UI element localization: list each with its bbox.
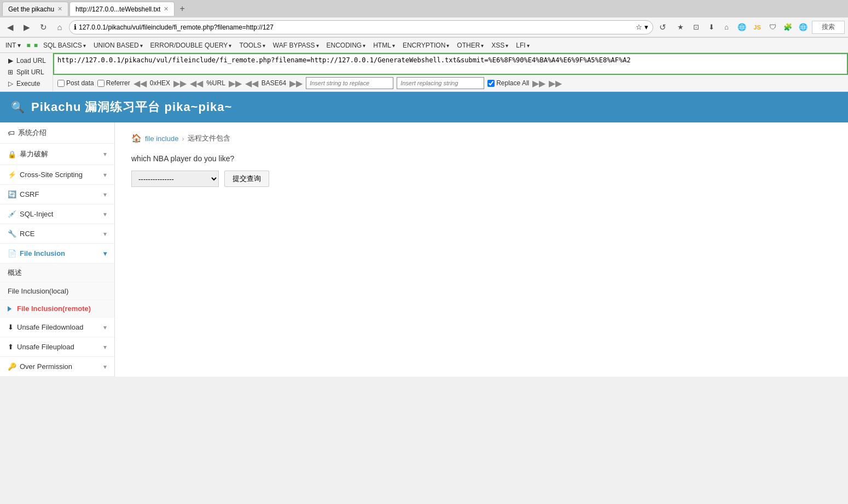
sidebar-item-csrf[interactable]: 🔄 CSRF ▾ xyxy=(0,185,114,204)
history-icon[interactable]: ⊡ xyxy=(689,21,702,34)
post-data-label: Post data xyxy=(66,79,94,87)
encode-right-arrow-3: ▶▶ xyxy=(289,78,303,89)
load-url-button[interactable]: ▶ Load URL xyxy=(4,56,48,66)
encode-right-arrow-2: ▶▶ xyxy=(229,78,242,89)
back-button[interactable]: ◀ xyxy=(3,20,18,34)
breadcrumb: 🏠 file include › 远程文件包含 xyxy=(131,133,832,143)
hackbar-bottom-bar: Post data Referrer ◀◀ 0xHEX ▶▶ ◀◀ %URL ▶… xyxy=(53,75,848,91)
sidebar-sub-file-inclusion-remote[interactable]: File Inclusion(remote) xyxy=(0,300,114,318)
shield-icon[interactable]: 🛡 xyxy=(766,21,779,34)
cross-site-arrow: ▾ xyxy=(103,171,107,179)
hackbar-encoding-menu[interactable]: ENCODING xyxy=(323,40,369,50)
insert-string-input[interactable] xyxy=(306,77,393,89)
bookmark-star-icon[interactable]: ★ xyxy=(674,21,687,34)
home-nav-icon[interactable]: ⌂ xyxy=(720,21,733,34)
address-input[interactable] xyxy=(79,24,634,31)
tab-close-1[interactable]: ✕ xyxy=(57,5,62,13)
browser-chrome: Get the pikachu ✕ http://127.0.0...teWeb… xyxy=(0,0,848,38)
breadcrumb-home-icon[interactable]: 🏠 xyxy=(131,133,142,143)
referrer-label: Referrer xyxy=(106,79,130,87)
csrf-label: CSRF xyxy=(20,190,39,198)
hackbar-url-textarea[interactable]: http://127.0.0.1/pikachu/vul/fileinclude… xyxy=(53,53,848,75)
sidebar-item-file-inclusion[interactable]: 📄 File Inclusion ▾ xyxy=(0,244,114,263)
nav-bar: ◀ ▶ ↻ ⌂ ℹ ☆ ▾ ↺ ★ ⊡ ⬇ ⌂ 🌐 JS 🛡 🧩 🌐 搜索 xyxy=(0,17,848,37)
forward-button[interactable]: ▶ xyxy=(20,20,34,34)
cross-site-label: Cross-Site Scripting xyxy=(20,171,83,179)
reload-button[interactable]: ↻ xyxy=(36,20,50,34)
file-inclusion-remote-label: File Inclusion(remote) xyxy=(17,304,91,313)
hackbar-waf-bypass-menu[interactable]: WAF BYPASS xyxy=(270,40,322,50)
breadcrumb-current: 远程文件包含 xyxy=(188,133,230,143)
player-select[interactable]: --------------- xyxy=(131,171,219,187)
split-url-button[interactable]: ⊞ Split URL xyxy=(4,67,47,77)
sidebar-item-brute-force[interactable]: 🔒 暴力破解 ▾ xyxy=(0,144,114,165)
sidebar-sub-file-inclusion-local[interactable]: File Inclusion(local) xyxy=(0,283,114,300)
hackbar-xss-menu[interactable]: XSS xyxy=(488,40,512,50)
sidebar-section-file-inclusion: 📄 File Inclusion ▾ 概述 File Inclusion(loc… xyxy=(0,244,114,318)
tab-close-2[interactable]: ✕ xyxy=(164,5,169,13)
search-input-nav[interactable]: 搜索 xyxy=(812,21,845,34)
refresh-button[interactable]: ↺ xyxy=(655,20,670,34)
tab-get-pikachu[interactable]: Get the pikachu ✕ xyxy=(2,2,68,16)
sidebar-item-unsafe-filedownload[interactable]: ⬇ Unsafe Filedownload ▾ xyxy=(0,318,114,337)
sidebar: 🏷 系统介绍 🔒 暴力破解 ▾ ⚡ Cross-Site Scripting ▾… xyxy=(0,122,115,377)
breadcrumb-file-include-link[interactable]: file include xyxy=(145,134,178,143)
sidebar-sub-overview[interactable]: 概述 xyxy=(0,263,114,283)
referrer-checkbox[interactable] xyxy=(97,80,104,87)
bookmark-icon[interactable]: ☆ xyxy=(636,23,642,31)
sidebar-item-sql-inject[interactable]: 💉 SQL-Inject ▾ xyxy=(0,204,114,224)
new-tab-button[interactable]: + xyxy=(176,2,189,15)
js-icon[interactable]: JS xyxy=(751,21,764,34)
globe-icon[interactable]: 🌐 xyxy=(735,21,748,34)
app-title: Pikachu 漏洞练习平台 pika~pika~ xyxy=(31,99,232,115)
replace-all-checkbox[interactable] xyxy=(487,80,495,87)
execute-button[interactable]: ▷ Execute xyxy=(4,79,42,89)
hackbar-int-menu[interactable]: INT ▾ xyxy=(2,40,24,50)
csrf-icon: 🔄 xyxy=(8,190,16,198)
load-url-icon: ▶ xyxy=(7,57,14,65)
encode-left-arrow-3: ◀◀ xyxy=(245,78,258,89)
home-button[interactable]: ⌂ xyxy=(53,20,67,34)
replace-arrow-2: ▶▶ xyxy=(549,78,562,89)
hackbar-menu-bar: INT ▾ ■ ■ SQL BASICS UNION BASED ERROR/D… xyxy=(0,38,848,53)
puzzle-icon[interactable]: 🧩 xyxy=(781,21,794,34)
file-inclusion-local-label: File Inclusion(local) xyxy=(8,287,68,295)
download-icon[interactable]: ⬇ xyxy=(705,21,718,34)
post-data-group: Post data xyxy=(57,79,94,87)
replace-arrow-1: ▶▶ xyxy=(532,78,545,89)
file-inclusion-icon: 📄 xyxy=(8,249,16,257)
sidebar-item-rce[interactable]: 🔧 RCE ▾ xyxy=(0,224,114,244)
tab-title: Get the pikachu xyxy=(8,5,54,13)
vpn-icon[interactable]: 🌐 xyxy=(797,21,810,34)
hackbar-sql-basics-menu[interactable]: SQL BASICS xyxy=(40,40,89,50)
encode-right-arrow-1: ▶▶ xyxy=(173,78,187,89)
sidebar-item-sys-intro[interactable]: 🏷 系统介绍 xyxy=(0,122,114,144)
dropdown-icon[interactable]: ▾ xyxy=(644,23,648,31)
download-icon-sidebar: ⬇ xyxy=(8,323,14,331)
hackbar-other-menu[interactable]: OTHER xyxy=(454,40,487,50)
tab-webshell[interactable]: http://127.0.0...teWebshell.txt ✕ xyxy=(69,2,175,16)
hackbar-encryption-menu[interactable]: ENCRYPTION xyxy=(399,40,452,50)
hackbar-error-double-menu[interactable]: ERROR/DOUBLE QUERY xyxy=(147,40,235,50)
tab-title-2: http://127.0.0...teWebshell.txt xyxy=(75,5,160,13)
insert-replacing-input[interactable] xyxy=(397,77,484,89)
key-icon-sidebar: 🔑 xyxy=(8,362,16,371)
rce-label: RCE xyxy=(20,230,34,238)
post-data-checkbox[interactable] xyxy=(57,80,65,87)
hackbar-lfi-menu[interactable]: LFI xyxy=(513,40,532,50)
load-url-label: Load URL xyxy=(16,57,46,65)
execute-icon: ▷ xyxy=(7,80,14,87)
submit-button[interactable]: 提交查询 xyxy=(224,171,269,187)
hackbar-html-menu[interactable]: HTML xyxy=(370,40,398,50)
unsafe-filedownload-label: Unsafe Filedownload xyxy=(17,323,83,331)
sidebar-item-over-permission[interactable]: 🔑 Over Permission ▾ xyxy=(0,357,114,377)
split-url-icon: ⊞ xyxy=(7,68,14,76)
main-content: 🏠 file include › 远程文件包含 which NBA player… xyxy=(115,122,848,377)
lock-icon-sidebar: 🔒 xyxy=(8,150,16,159)
sidebar-item-unsafe-fileupload[interactable]: ⬆ Unsafe Fileupload ▾ xyxy=(0,337,114,357)
hackbar-tools-menu[interactable]: TOOLS xyxy=(236,40,268,50)
url-encode-label: %URL xyxy=(206,79,225,87)
replace-all-group: Replace All xyxy=(487,79,529,87)
hackbar-union-based-menu[interactable]: UNION BASED xyxy=(90,40,146,50)
sidebar-item-cross-site[interactable]: ⚡ Cross-Site Scripting ▾ xyxy=(0,165,114,185)
